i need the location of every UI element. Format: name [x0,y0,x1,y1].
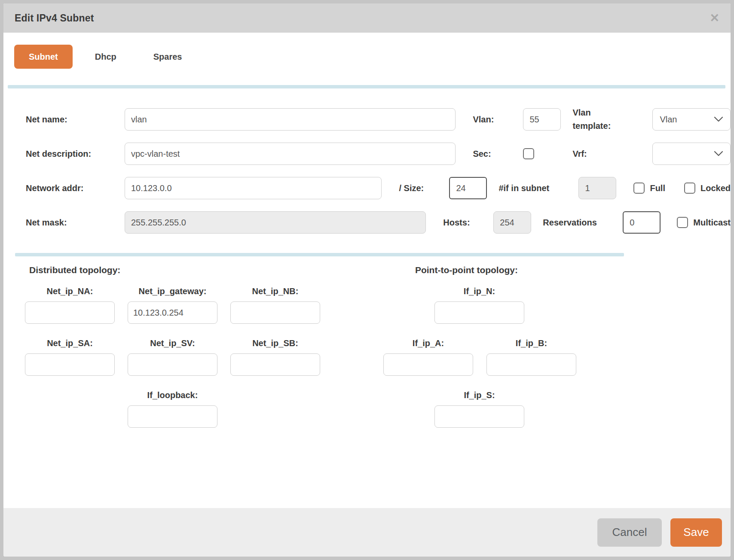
net-mask-label: Net mask: [26,218,125,228]
if-in-subnet-input [578,177,616,199]
tab-bar: Subnet Dhcp Spares [14,45,731,69]
full-checkbox[interactable] [633,183,645,194]
tab-spares[interactable]: Spares [139,45,197,69]
net-ip-sb-label: Net_ip_SB: [230,338,320,348]
vlan-input[interactable] [523,108,561,131]
chevron-down-icon [714,151,723,157]
vlan-template-select[interactable]: Vlan [652,108,731,131]
p2p-topology-block: Point-to-point topology: If_ip_N: If_ip_… [383,265,575,428]
save-button[interactable]: Save [670,518,722,547]
net-mask-input [125,211,426,234]
distributed-topology-heading: Distributed topology: [29,265,320,275]
locked-label: Locked [700,183,731,193]
sec-label: Sec: [473,149,523,159]
vlan-template-label: Vlan template: [572,106,652,133]
subnet-form: Net name: Vlan: Vlan template: Vlan Net … [3,88,731,234]
if-ip-a-label: If_ip_A: [383,338,473,348]
dialog-header: Edit IPv4 Subnet ✕ [3,3,731,33]
network-addr-input[interactable] [125,177,382,199]
form-row-net-description: Net description: Sec: Vrf: [26,143,731,165]
net-ip-nb-input[interactable] [230,301,320,324]
if-ip-b-input[interactable] [486,353,576,376]
net-ip-sb-input[interactable] [230,353,320,376]
locked-checkbox[interactable] [684,183,695,194]
full-checkbox-group: Full [633,183,665,194]
network-addr-label: Network addr: [26,183,125,193]
chevron-down-icon [714,116,723,122]
size-input[interactable] [449,177,487,199]
if-in-subnet-label: #if in subnet [499,183,578,193]
net-ip-gateway-label: Net_ip_gateway: [128,286,217,296]
net-ip-sa-label: Net_ip_SA: [25,338,115,348]
net-name-label: Net name: [26,115,125,125]
dialog-footer: Cancel Save [3,508,731,557]
hosts-label: Hosts: [443,218,493,228]
net-ip-sv-input[interactable] [128,353,217,376]
sec-checkbox[interactable] [523,148,534,159]
net-ip-sa-input[interactable] [25,353,115,376]
full-label: Full [650,183,665,193]
dialog-body: Subnet Dhcp Spares Net name: Vlan: Vlan … [3,33,731,508]
vlan-template-value: Vlan [660,115,677,125]
locked-checkbox-group: Locked [684,183,731,194]
hosts-input [493,211,531,234]
multicast-checkbox-group: Multicast [677,217,731,228]
net-description-input[interactable] [125,143,456,165]
form-row-net-name: Net name: Vlan: Vlan template: Vlan [26,108,731,131]
if-ip-s-input[interactable] [434,405,524,428]
if-loopback-label: If_loopback: [128,390,217,400]
net-ip-sv-label: Net_ip_SV: [128,338,217,348]
if-loopback-input[interactable] [128,405,217,428]
section-divider-middle [15,253,624,256]
section-divider-top [8,85,725,88]
close-icon[interactable]: ✕ [710,12,719,24]
net-ip-nb-label: Net_ip_NB: [230,286,320,296]
if-ip-n-label: If_ip_N: [434,286,524,296]
multicast-checkbox[interactable] [677,217,688,228]
reservations-label: Reservations [543,218,623,228]
dialog-title: Edit IPv4 Subnet [15,12,94,24]
form-row-network-addr: Network addr: / Size: #if in subnet Full… [26,177,731,199]
tab-subnet[interactable]: Subnet [14,45,73,69]
size-label: / Size: [399,183,449,193]
form-row-net-mask: Net mask: Hosts: Reservations Multicast [26,211,731,234]
p2p-topology-heading: Point-to-point topology: [383,265,550,275]
topology-section: Distributed topology: Net_ip_NA: Net_ip_… [3,256,731,458]
net-ip-gateway-input[interactable] [128,301,217,324]
if-ip-a-input[interactable] [383,353,473,376]
if-ip-b-label: If_ip_B: [486,338,576,348]
net-ip-na-input[interactable] [25,301,115,324]
distributed-topology-block: Distributed topology: Net_ip_NA: Net_ip_… [25,265,320,428]
if-ip-s-label: If_ip_S: [434,390,524,400]
net-ip-na-label: Net_ip_NA: [25,286,115,296]
reservations-input[interactable] [623,211,661,234]
multicast-label: Multicast [693,218,731,228]
edit-ipv4-subnet-dialog: Edit IPv4 Subnet ✕ Subnet Dhcp Spares Ne… [3,3,731,557]
vrf-label: Vrf: [572,149,652,159]
vlan-label: Vlan: [473,115,523,125]
net-description-label: Net description: [26,149,125,159]
vrf-select[interactable] [652,143,731,165]
cancel-button[interactable]: Cancel [597,518,662,547]
tab-dhcp[interactable]: Dhcp [80,45,131,69]
if-ip-n-input[interactable] [434,301,524,324]
net-name-input[interactable] [125,108,456,131]
